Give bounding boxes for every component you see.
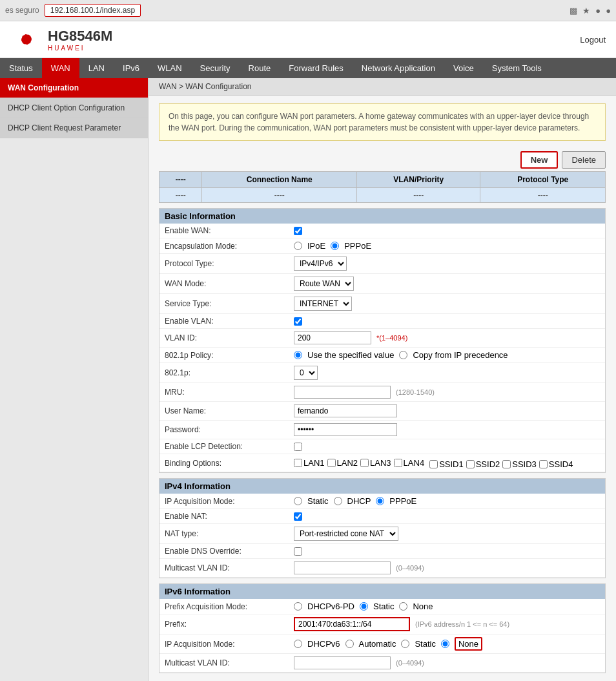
prefix-dhcpv6pd-radio[interactable]: [294, 602, 302, 611]
mru-row: MRU: (1280-1540): [159, 383, 605, 402]
username-row: User Name:: [159, 402, 605, 421]
nat-type-select[interactable]: Port-restricted cone NAT: [294, 527, 398, 541]
binding-label: Binding Options:: [165, 459, 294, 468]
lan3-checkbox[interactable]: [360, 459, 369, 467]
prefix-static-radio[interactable]: [360, 602, 368, 611]
col-connection-name: Connection Name: [202, 172, 357, 188]
nav-wlan[interactable]: WLAN: [149, 58, 191, 78]
ipv6-none-radio[interactable]: [441, 640, 449, 648]
policy-copy-label: Copy from IP precedence: [413, 350, 508, 360]
lan2-checkbox[interactable]: [327, 459, 336, 467]
vlan-id-input[interactable]: [294, 331, 371, 344]
nav-ipv6[interactable]: IPv6: [114, 58, 149, 78]
wan-mode-select[interactable]: Route WAN: [294, 277, 354, 291]
main-navigation: Status WAN LAN IPv6 WLAN Security Route …: [0, 58, 616, 78]
lan1-checkbox[interactable]: [294, 459, 302, 467]
encap-ipoe-radio[interactable]: [294, 242, 302, 250]
sidebar-item-wan-configuration[interactable]: WAN Configuration: [0, 78, 148, 98]
sidebar-item-dhcp-request[interactable]: DHCP Client Request Parameter: [0, 118, 148, 138]
nat-type-field: Port-restricted cone NAT: [294, 527, 600, 541]
browser-icons: ▩★●●: [570, 6, 611, 16]
vlan-id-row: VLAN ID: *(1–4094): [159, 329, 605, 348]
ipv4-multicast-field: (0–4094): [294, 561, 600, 574]
ipv6-dhcpv6-radio[interactable]: [294, 640, 302, 648]
username-input[interactable]: [294, 404, 397, 417]
col-vlan-priority: VLAN/Priority: [357, 172, 480, 188]
ipv4-pppoe-radio[interactable]: [376, 497, 384, 505]
nav-voice[interactable]: Voice: [444, 58, 483, 78]
prefix-input[interactable]: [294, 617, 410, 631]
ipv4-multicast-label: Multicast VLAN ID:: [165, 563, 294, 572]
policy-copy-radio[interactable]: [399, 351, 407, 359]
delete-button[interactable]: Delete: [562, 151, 606, 169]
password-input[interactable]: [294, 423, 397, 436]
ipv4-acq-field: Static DHCP PPPoE: [294, 496, 600, 506]
policy-specified-radio[interactable]: [294, 351, 302, 359]
ipv4-multicast-input[interactable]: [294, 561, 391, 574]
enable-vlan-row: Enable VLAN:: [159, 314, 605, 329]
nav-route[interactable]: Route: [240, 58, 280, 78]
lcp-checkbox[interactable]: [294, 443, 302, 451]
logout-area[interactable]: Logout: [580, 35, 606, 45]
browser-url-bar[interactable]: 192.168.100.1/index.asp: [45, 4, 141, 17]
policy-802-label: 802.1p Policy:: [165, 351, 294, 360]
ipv4-static-radio[interactable]: [294, 497, 302, 505]
enable-wan-checkbox[interactable]: [294, 227, 302, 235]
page-header: HG8546M HUAWEI Logout: [0, 21, 616, 58]
mru-input[interactable]: [294, 386, 391, 399]
enable-dns-checkbox[interactable]: [294, 547, 302, 556]
binding-field: LAN1 LAN2 LAN3 LAN4 SSID1 SSID2 SSID3 SS…: [294, 457, 600, 469]
username-label: User Name:: [165, 406, 294, 415]
enable-wan-row: Enable WAN:: [159, 224, 605, 238]
ipv4-multicast-hint: (0–4094): [396, 564, 424, 572]
protocol-type-select[interactable]: IPv4/IPv6: [294, 257, 347, 271]
nav-status[interactable]: Status: [0, 58, 42, 78]
nav-forward-rules[interactable]: Forward Rules: [280, 58, 353, 78]
ssid3-checkbox[interactable]: [502, 460, 511, 468]
main-content: WAN > WAN Configuration On this page, yo…: [149, 78, 616, 681]
ipv6-info-header: IPv6 Information: [159, 584, 605, 599]
ipv6-automatic-radio[interactable]: [345, 640, 354, 648]
vlan-id-label: VLAN ID:: [165, 333, 294, 342]
ssid2-checkbox[interactable]: [466, 460, 475, 468]
ipv6-multicast-input[interactable]: [294, 656, 391, 669]
encap-pppoe-radio[interactable]: [331, 242, 339, 250]
lan4-checkbox[interactable]: [394, 459, 402, 467]
ssid1-checkbox[interactable]: [429, 460, 438, 468]
huawei-logo-icon: [10, 26, 43, 52]
sidebar-item-dhcp-option[interactable]: DHCP Client Option Configuration: [0, 98, 148, 118]
ipv6-static-radio[interactable]: [401, 640, 409, 648]
nav-wan[interactable]: WAN: [42, 58, 79, 78]
enable-nat-checkbox[interactable]: [294, 512, 302, 521]
password-label: Password:: [165, 425, 294, 434]
ipv6-acq-row: IP Acquisition Mode: DHCPv6 Automatic St…: [159, 634, 605, 654]
dot1p-label: 802.1p:: [165, 368, 294, 377]
ipv4-acq-label: IP Acquisition Mode:: [165, 497, 294, 506]
ipv4-dhcp-radio[interactable]: [334, 497, 342, 505]
nav-network-application[interactable]: Network Application: [353, 58, 444, 78]
enable-dns-label: Enable DNS Override:: [165, 547, 294, 556]
enable-vlan-checkbox[interactable]: [294, 317, 302, 326]
nav-lan[interactable]: LAN: [79, 58, 114, 78]
encap-ipoe-label: IPoE: [307, 241, 325, 251]
dot1p-select[interactable]: 0: [294, 366, 318, 380]
sidebar: WAN Configuration DHCP Client Option Con…: [0, 78, 149, 681]
table-row-dash2: ----: [202, 188, 357, 203]
mru-field: (1280-1540): [294, 386, 600, 399]
brand-name: HUAWEI: [48, 45, 112, 52]
logo-area: HG8546M HUAWEI: [10, 26, 112, 52]
enable-vlan-field: [294, 317, 600, 326]
wan-mode-label: WAN Mode:: [165, 279, 294, 288]
nav-security[interactable]: Security: [191, 58, 240, 78]
policy-802-field: Use the specified value Copy from IP pre…: [294, 350, 600, 360]
logout-button[interactable]: Logout: [580, 35, 606, 45]
prefix-acq-field: DHCPv6-PD Static None: [294, 602, 600, 611]
service-type-select[interactable]: INTERNET: [294, 297, 352, 311]
prefix-none-radio[interactable]: [399, 602, 407, 611]
ssid4-checkbox[interactable]: [539, 460, 548, 468]
nav-system-tools[interactable]: System Tools: [483, 58, 551, 78]
new-button[interactable]: New: [520, 151, 559, 169]
prefix-acq-row: Prefix Acquisition Mode: DHCPv6-PD Stati…: [159, 599, 605, 614]
ipv4-acq-row: IP Acquisition Mode: Static DHCP PPPoE: [159, 494, 605, 509]
lcp-label: Enable LCP Detection:: [165, 442, 294, 451]
